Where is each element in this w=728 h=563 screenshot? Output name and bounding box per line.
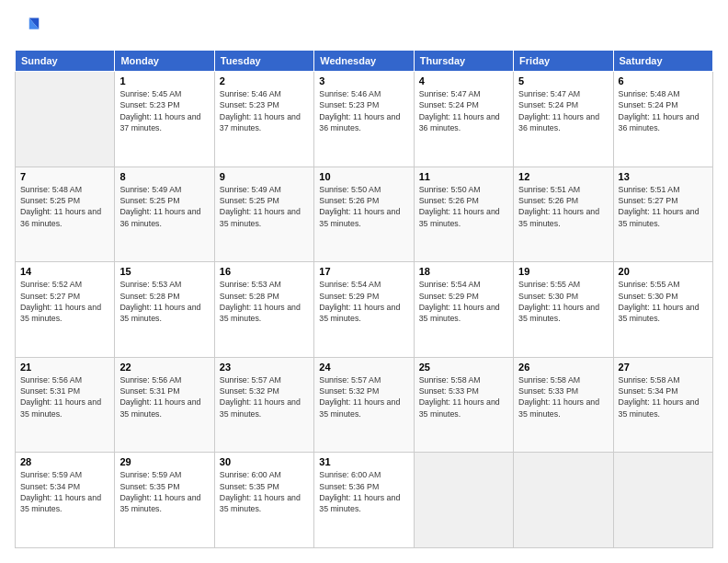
calendar-cell: 26Sunrise: 5:58 AM Sunset: 5:33 PM Dayli… bbox=[514, 357, 613, 453]
day-number: 21 bbox=[20, 362, 109, 373]
calendar-cell: 22Sunrise: 5:56 AM Sunset: 5:31 PM Dayli… bbox=[115, 357, 214, 453]
day-number: 11 bbox=[419, 171, 508, 182]
day-number: 9 bbox=[220, 171, 309, 182]
calendar-cell: 20Sunrise: 5:55 AM Sunset: 5:30 PM Dayli… bbox=[613, 262, 712, 358]
week-row-4: 21Sunrise: 5:56 AM Sunset: 5:31 PM Dayli… bbox=[16, 357, 713, 453]
calendar-cell: 10Sunrise: 5:50 AM Sunset: 5:26 PM Dayli… bbox=[314, 167, 414, 262]
calendar-cell: 31Sunrise: 6:00 AM Sunset: 5:36 PM Dayli… bbox=[314, 453, 414, 548]
calendar-cell: 6Sunrise: 5:48 AM Sunset: 5:24 PM Daylig… bbox=[613, 72, 712, 167]
day-number: 30 bbox=[220, 456, 309, 467]
day-number: 20 bbox=[619, 266, 708, 277]
day-info: Sunrise: 6:00 AM Sunset: 5:35 PM Dayligh… bbox=[220, 469, 309, 514]
calendar-cell: 2Sunrise: 5:46 AM Sunset: 5:23 PM Daylig… bbox=[214, 72, 313, 167]
page: SundayMondayTuesdayWednesdayThursdayFrid… bbox=[0, 0, 728, 563]
day-info: Sunrise: 5:49 AM Sunset: 5:25 PM Dayligh… bbox=[220, 184, 309, 229]
calendar-cell: 19Sunrise: 5:55 AM Sunset: 5:30 PM Dayli… bbox=[514, 262, 613, 358]
day-info: Sunrise: 5:51 AM Sunset: 5:26 PM Dayligh… bbox=[518, 184, 608, 229]
day-info: Sunrise: 5:48 AM Sunset: 5:24 PM Dayligh… bbox=[619, 88, 708, 133]
day-info: Sunrise: 5:50 AM Sunset: 5:26 PM Dayligh… bbox=[319, 184, 408, 229]
day-number: 12 bbox=[518, 171, 608, 182]
day-info: Sunrise: 5:59 AM Sunset: 5:34 PM Dayligh… bbox=[20, 469, 109, 514]
calendar-cell: 23Sunrise: 5:57 AM Sunset: 5:32 PM Dayli… bbox=[214, 357, 313, 453]
day-info: Sunrise: 5:48 AM Sunset: 5:25 PM Dayligh… bbox=[20, 184, 109, 229]
day-info: Sunrise: 5:57 AM Sunset: 5:32 PM Dayligh… bbox=[319, 374, 408, 419]
day-number: 14 bbox=[20, 266, 109, 277]
calendar-header-sunday: Sunday bbox=[16, 51, 115, 72]
logo-icon bbox=[15, 15, 40, 40]
week-row-5: 28Sunrise: 5:59 AM Sunset: 5:34 PM Dayli… bbox=[16, 453, 713, 548]
day-number: 16 bbox=[220, 266, 309, 277]
day-info: Sunrise: 5:45 AM Sunset: 5:23 PM Dayligh… bbox=[119, 88, 209, 133]
header bbox=[15, 15, 713, 40]
calendar-cell: 18Sunrise: 5:54 AM Sunset: 5:29 PM Dayli… bbox=[414, 262, 513, 358]
day-number: 4 bbox=[419, 75, 508, 86]
day-number: 8 bbox=[119, 171, 209, 182]
day-info: Sunrise: 5:58 AM Sunset: 5:33 PM Dayligh… bbox=[518, 374, 608, 419]
calendar-cell bbox=[613, 453, 712, 548]
day-number: 10 bbox=[319, 171, 408, 182]
calendar-cell: 11Sunrise: 5:50 AM Sunset: 5:26 PM Dayli… bbox=[414, 167, 513, 262]
day-number: 26 bbox=[518, 362, 608, 373]
day-info: Sunrise: 5:55 AM Sunset: 5:30 PM Dayligh… bbox=[518, 279, 608, 324]
day-number: 6 bbox=[619, 75, 708, 86]
calendar-header-tuesday: Tuesday bbox=[214, 51, 313, 72]
day-info: Sunrise: 5:59 AM Sunset: 5:35 PM Dayligh… bbox=[119, 469, 209, 514]
calendar-header-thursday: Thursday bbox=[414, 51, 513, 72]
day-info: Sunrise: 5:47 AM Sunset: 5:24 PM Dayligh… bbox=[419, 88, 508, 133]
day-info: Sunrise: 5:55 AM Sunset: 5:30 PM Dayligh… bbox=[619, 279, 708, 324]
day-info: Sunrise: 5:53 AM Sunset: 5:28 PM Dayligh… bbox=[220, 279, 309, 324]
week-row-2: 7Sunrise: 5:48 AM Sunset: 5:25 PM Daylig… bbox=[16, 167, 713, 262]
day-info: Sunrise: 5:52 AM Sunset: 5:27 PM Dayligh… bbox=[20, 279, 109, 324]
day-number: 22 bbox=[119, 362, 209, 373]
day-info: Sunrise: 5:57 AM Sunset: 5:32 PM Dayligh… bbox=[220, 374, 309, 419]
calendar-header-row: SundayMondayTuesdayWednesdayThursdayFrid… bbox=[16, 51, 713, 72]
calendar-header-friday: Friday bbox=[514, 51, 613, 72]
calendar-cell: 17Sunrise: 5:54 AM Sunset: 5:29 PM Dayli… bbox=[314, 262, 414, 358]
calendar-cell: 16Sunrise: 5:53 AM Sunset: 5:28 PM Dayli… bbox=[214, 262, 313, 358]
day-number: 5 bbox=[518, 75, 608, 86]
calendar-cell: 5Sunrise: 5:47 AM Sunset: 5:24 PM Daylig… bbox=[514, 72, 613, 167]
day-number: 17 bbox=[319, 266, 408, 277]
calendar-cell: 7Sunrise: 5:48 AM Sunset: 5:25 PM Daylig… bbox=[16, 167, 115, 262]
calendar-cell: 28Sunrise: 5:59 AM Sunset: 5:34 PM Dayli… bbox=[16, 453, 115, 548]
day-number: 3 bbox=[319, 75, 408, 86]
calendar-cell: 13Sunrise: 5:51 AM Sunset: 5:27 PM Dayli… bbox=[613, 167, 712, 262]
calendar-cell: 29Sunrise: 5:59 AM Sunset: 5:35 PM Dayli… bbox=[115, 453, 214, 548]
calendar-cell: 4Sunrise: 5:47 AM Sunset: 5:24 PM Daylig… bbox=[414, 72, 513, 167]
day-number: 7 bbox=[20, 171, 109, 182]
calendar-cell bbox=[414, 453, 513, 548]
day-info: Sunrise: 5:58 AM Sunset: 5:34 PM Dayligh… bbox=[619, 374, 708, 419]
calendar-cell: 21Sunrise: 5:56 AM Sunset: 5:31 PM Dayli… bbox=[16, 357, 115, 453]
day-number: 28 bbox=[20, 456, 109, 467]
day-info: Sunrise: 5:58 AM Sunset: 5:33 PM Dayligh… bbox=[419, 374, 508, 419]
calendar-cell: 1Sunrise: 5:45 AM Sunset: 5:23 PM Daylig… bbox=[115, 72, 214, 167]
day-info: Sunrise: 5:56 AM Sunset: 5:31 PM Dayligh… bbox=[20, 374, 109, 419]
calendar-cell bbox=[514, 453, 613, 548]
calendar-cell: 15Sunrise: 5:53 AM Sunset: 5:28 PM Dayli… bbox=[115, 262, 214, 358]
calendar-cell bbox=[16, 72, 115, 167]
day-info: Sunrise: 5:51 AM Sunset: 5:27 PM Dayligh… bbox=[619, 184, 708, 229]
calendar-cell: 9Sunrise: 5:49 AM Sunset: 5:25 PM Daylig… bbox=[214, 167, 313, 262]
day-number: 15 bbox=[119, 266, 209, 277]
day-info: Sunrise: 5:54 AM Sunset: 5:29 PM Dayligh… bbox=[419, 279, 508, 324]
day-number: 13 bbox=[619, 171, 708, 182]
week-row-3: 14Sunrise: 5:52 AM Sunset: 5:27 PM Dayli… bbox=[16, 262, 713, 358]
day-number: 27 bbox=[619, 362, 708, 373]
day-number: 24 bbox=[319, 362, 408, 373]
calendar-cell: 27Sunrise: 5:58 AM Sunset: 5:34 PM Dayli… bbox=[613, 357, 712, 453]
calendar-header-saturday: Saturday bbox=[613, 51, 712, 72]
day-info: Sunrise: 5:46 AM Sunset: 5:23 PM Dayligh… bbox=[319, 88, 408, 133]
week-row-1: 1Sunrise: 5:45 AM Sunset: 5:23 PM Daylig… bbox=[16, 72, 713, 167]
calendar-header-monday: Monday bbox=[115, 51, 214, 72]
day-number: 2 bbox=[220, 75, 309, 86]
day-info: Sunrise: 5:49 AM Sunset: 5:25 PM Dayligh… bbox=[119, 184, 209, 229]
calendar-cell: 8Sunrise: 5:49 AM Sunset: 5:25 PM Daylig… bbox=[115, 167, 214, 262]
day-number: 19 bbox=[518, 266, 608, 277]
calendar-cell: 24Sunrise: 5:57 AM Sunset: 5:32 PM Dayli… bbox=[314, 357, 414, 453]
calendar-cell: 25Sunrise: 5:58 AM Sunset: 5:33 PM Dayli… bbox=[414, 357, 513, 453]
calendar-cell: 14Sunrise: 5:52 AM Sunset: 5:27 PM Dayli… bbox=[16, 262, 115, 358]
day-number: 1 bbox=[119, 75, 209, 86]
day-number: 29 bbox=[119, 456, 209, 467]
calendar-table: SundayMondayTuesdayWednesdayThursdayFrid… bbox=[15, 50, 713, 548]
calendar-cell: 3Sunrise: 5:46 AM Sunset: 5:23 PM Daylig… bbox=[314, 72, 414, 167]
